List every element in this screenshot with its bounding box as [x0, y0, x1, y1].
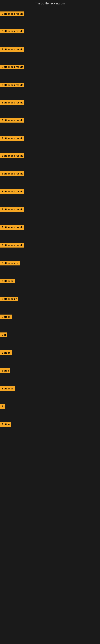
bottleneck-badge-container-21: Bottle [0, 368, 10, 374]
bottleneck-badge-container-2: Bottleneck result [0, 29, 24, 34]
bottleneck-badge-3[interactable]: Bottleneck result [0, 47, 24, 52]
bottleneck-badge-container-18: Bottlen [0, 314, 12, 320]
bottleneck-badge-container-24: Bottler [0, 422, 11, 428]
bottleneck-badge-container-14: Bottleneck result [0, 243, 24, 248]
bottleneck-badge-container-5: Bottleneck result [0, 83, 24, 88]
bottleneck-badge-6[interactable]: Bottleneck result [0, 100, 24, 105]
bottleneck-badge-15[interactable]: Bottleneck re [0, 261, 20, 266]
bottleneck-badge-container-8: Bottleneck result [0, 136, 24, 142]
bottleneck-badge-17[interactable]: Bottleneck r [0, 297, 18, 301]
bottleneck-badge-11[interactable]: Bottleneck result [0, 189, 24, 194]
bottleneck-badge-container-1: Bottleneck result [0, 12, 24, 17]
bottleneck-badge-container-4: Bottleneck result [0, 64, 24, 70]
bottleneck-badge-23[interactable]: Bo [0, 404, 5, 409]
bottleneck-badge-container-9: Bottleneck result [0, 153, 24, 159]
bottleneck-badge-container-3: Bottleneck result [0, 47, 24, 52]
bottleneck-badge-13[interactable]: Bottleneck result [0, 225, 24, 230]
bottleneck-badge-24[interactable]: Bottler [0, 422, 11, 427]
bottleneck-badge-container-23: Bo [0, 404, 5, 410]
bottleneck-badge-16[interactable]: Bottlenec [0, 279, 15, 283]
bottleneck-badge-1[interactable]: Bottleneck result [0, 12, 24, 16]
bottleneck-badge-14[interactable]: Bottleneck result [0, 243, 24, 248]
site-title: TheBottlenecker.com [0, 0, 100, 6]
bottleneck-badge-19[interactable]: Bot [0, 332, 7, 337]
bottleneck-badge-container-13: Bottleneck result [0, 225, 24, 230]
bottleneck-badge-5[interactable]: Bottleneck result [0, 83, 24, 87]
bottleneck-badge-container-10: Bottleneck result [0, 171, 24, 177]
bottleneck-badge-4[interactable]: Bottleneck result [0, 64, 24, 69]
bottleneck-badge-container-11: Bottleneck result [0, 189, 24, 194]
bottleneck-badge-7[interactable]: Bottleneck result [0, 118, 24, 122]
bottleneck-badge-container-20: Bottlen [0, 350, 12, 356]
bottleneck-badge-container-16: Bottlenec [0, 279, 15, 284]
bottleneck-badge-10[interactable]: Bottleneck result [0, 171, 24, 176]
bottleneck-badge-18[interactable]: Bottlen [0, 314, 12, 319]
bottleneck-badge-container-7: Bottleneck result [0, 118, 24, 123]
bottleneck-badge-container-6: Bottleneck result [0, 100, 24, 106]
bottleneck-badge-21[interactable]: Bottle [0, 368, 10, 373]
bottleneck-badge-container-15: Bottleneck re [0, 261, 20, 266]
bottleneck-badge-9[interactable]: Bottleneck result [0, 153, 24, 158]
bottleneck-badge-2[interactable]: Bottleneck result [0, 29, 24, 34]
bottleneck-badge-container-19: Bot [0, 332, 7, 338]
bottleneck-badge-8[interactable]: Bottleneck result [0, 136, 24, 141]
bottleneck-badge-container-22: Bottlenec [0, 386, 15, 392]
bottleneck-badge-22[interactable]: Bottlenec [0, 386, 15, 391]
bottleneck-badge-12[interactable]: Bottleneck result [0, 207, 24, 212]
bottleneck-badge-20[interactable]: Bottlen [0, 350, 12, 355]
bottleneck-badge-container-17: Bottleneck r [0, 297, 18, 302]
bottleneck-badge-container-12: Bottleneck result [0, 207, 24, 212]
